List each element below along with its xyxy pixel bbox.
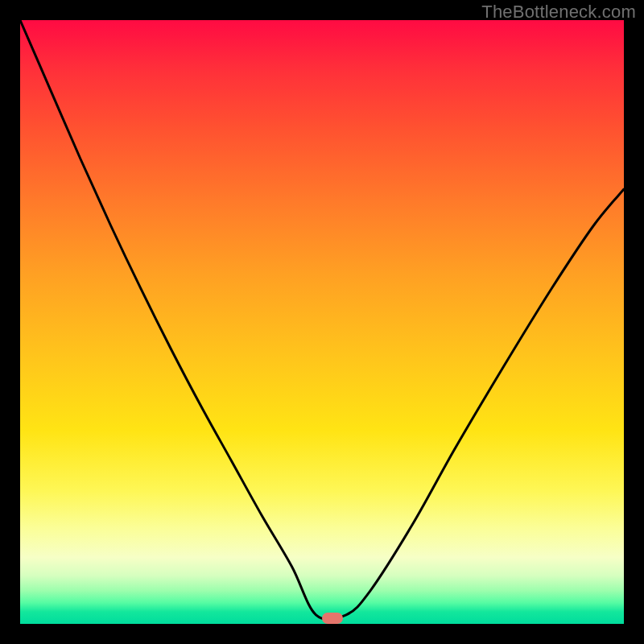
chart-frame: TheBottleneck.com xyxy=(0,0,644,644)
bottleneck-curve xyxy=(20,20,624,624)
optimum-marker xyxy=(322,613,343,624)
plot-area xyxy=(20,20,624,624)
